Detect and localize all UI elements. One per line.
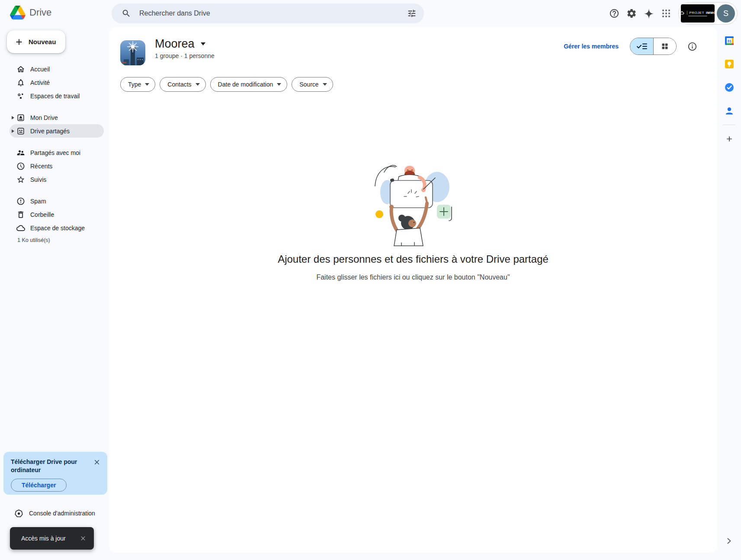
keep-icon[interactable] xyxy=(722,56,737,72)
sidebar-item-label: Espaces de travail xyxy=(30,93,80,100)
lighthouse-photo xyxy=(120,40,145,65)
search-input[interactable] xyxy=(139,10,403,17)
chevron-down-icon xyxy=(323,83,327,86)
clock-icon xyxy=(16,162,25,171)
avatar-letter: S xyxy=(723,9,728,18)
account-avatar[interactable]: S xyxy=(717,4,735,23)
title-dropdown-caret-icon xyxy=(201,42,205,45)
manage-members-link[interactable]: Gérer les membres xyxy=(564,43,619,50)
topbar: Drive xyxy=(0,0,741,27)
hide-side-panel-chevron-icon[interactable] xyxy=(722,533,737,549)
filter-chip-type[interactable]: Type xyxy=(120,77,155,92)
workspaces-icon xyxy=(16,92,25,100)
filter-chip-date-modification[interactable]: Date de modification xyxy=(210,77,288,92)
page-title: Moorea xyxy=(155,37,195,51)
sidebar-item-partages-avec-moi[interactable]: Partagés avec moi xyxy=(10,146,104,159)
view-toggle xyxy=(630,38,677,55)
org-name-bold: IMMO xyxy=(706,11,716,15)
admin-console-link[interactable]: Console d'administration xyxy=(0,506,95,520)
grid-view-button[interactable] xyxy=(653,38,676,55)
calendar-icon[interactable]: 31 xyxy=(722,33,737,48)
google-drive-app: Drive xyxy=(0,0,741,560)
search-bar[interactable] xyxy=(112,3,424,23)
bell-icon xyxy=(16,78,25,87)
storage-used-note: 1 Ko utilisé(s) xyxy=(17,237,109,243)
apps-grid-icon[interactable] xyxy=(658,5,675,22)
sidebar-item-suivis[interactable]: Suivis xyxy=(10,173,104,186)
chevron-down-icon xyxy=(145,83,149,86)
sidebar-item-recents[interactable]: Récents xyxy=(10,159,104,173)
sidebar-item-label: Partagés avec moi xyxy=(30,149,80,156)
settings-gear-icon[interactable] xyxy=(623,5,640,22)
search-options-icon[interactable] xyxy=(403,5,420,22)
my-drive-icon xyxy=(16,113,25,122)
sidebar-item-mon-drive[interactable]: Mon Drive xyxy=(10,111,104,124)
trash-icon xyxy=(16,210,25,219)
search-icon[interactable] xyxy=(118,5,135,22)
new-button[interactable]: Nouveau xyxy=(7,30,65,53)
sidebar-item-espace-de-stockage[interactable]: Espace de stockage xyxy=(10,221,104,235)
list-view-button[interactable] xyxy=(630,38,653,55)
sidebar-item-label: Espace de stockage xyxy=(30,225,85,232)
drive-title-block[interactable]: Moorea 1 groupe · 1 personne xyxy=(155,37,215,59)
drive-meta: 1 groupe · 1 personne xyxy=(155,52,215,59)
side-panel-divider xyxy=(723,125,735,125)
gemini-sparkle-icon[interactable] xyxy=(640,5,658,22)
org-house-icon xyxy=(679,11,685,15)
expand-arrow-icon[interactable] xyxy=(10,116,16,119)
spam-icon xyxy=(16,197,25,206)
filter-chips: Type Contacts Date de modification Sourc… xyxy=(120,77,333,92)
plus-icon xyxy=(14,37,24,47)
star-icon xyxy=(16,175,25,184)
help-icon[interactable] xyxy=(606,5,623,22)
workspace-side-panel: 31 xyxy=(717,27,741,560)
sidebar-item-label: Suivis xyxy=(30,176,46,183)
org-logo: | PROJET IMMO xyxy=(681,4,715,23)
download-button[interactable]: Télécharger xyxy=(11,479,67,492)
empty-state-illustration xyxy=(372,159,454,248)
download-drive-promo-card: Télécharger Drive pour ordinateur Téléch… xyxy=(3,452,107,495)
chevron-down-icon xyxy=(277,83,281,86)
cloud-icon xyxy=(16,224,25,232)
shared-drive-avatar[interactable] xyxy=(120,40,145,65)
account-pill: | PROJET IMMO S xyxy=(678,2,738,25)
contacts-icon[interactable] xyxy=(722,103,737,119)
sidebar-item-drive-partages[interactable]: Drive partagés xyxy=(10,124,104,138)
sidebar-item-spam[interactable]: Spam xyxy=(10,194,104,208)
toast-message: Accès mis à jour xyxy=(21,535,76,542)
sidebar-item-label: Activité xyxy=(30,79,50,86)
drive-logo-icon xyxy=(10,6,26,19)
promo-close-icon[interactable] xyxy=(91,456,103,468)
filter-chip-contacts[interactable]: Contacts xyxy=(160,77,205,92)
sidebar-item-corbeille[interactable]: Corbeille xyxy=(10,208,104,221)
sidebar-item-accueil[interactable]: Accueil xyxy=(10,62,104,76)
get-addons-plus-icon[interactable] xyxy=(722,131,737,147)
org-logo-separator: | xyxy=(686,10,687,15)
admin-console-label: Console d'administration xyxy=(29,510,95,517)
people-icon xyxy=(16,148,25,157)
tasks-icon[interactable] xyxy=(722,80,737,95)
drive-brand[interactable]: Drive xyxy=(10,6,51,19)
chevron-down-icon xyxy=(196,83,200,86)
promo-title: Télécharger Drive pour ordinateur xyxy=(11,458,84,474)
expand-arrow-icon[interactable] xyxy=(10,129,16,133)
header-actions: Gérer les membres xyxy=(564,38,701,55)
sidebar-item-label: Accueil xyxy=(30,66,50,73)
toast: Accès mis à jour xyxy=(10,527,94,550)
list-view-icon xyxy=(636,42,648,51)
svg-text:31: 31 xyxy=(727,39,731,43)
home-icon xyxy=(16,65,25,74)
empty-state: Ajouter des personnes et des fichiers à … xyxy=(109,159,717,281)
sidebar-nav: Accueil Activité Espaces de travail Mon … xyxy=(0,62,109,243)
info-icon[interactable] xyxy=(683,38,701,55)
sidebar-item-activite[interactable]: Activité xyxy=(10,76,104,89)
sidebar-item-label: Récents xyxy=(30,163,52,170)
filter-chip-source[interactable]: Source xyxy=(292,77,333,92)
org-name-light: PROJET xyxy=(690,11,705,15)
sidebar-item-espaces-de-travail[interactable]: Espaces de travail xyxy=(10,89,104,103)
sidebar-item-label: Mon Drive xyxy=(30,114,58,121)
admin-console-icon xyxy=(14,509,23,518)
sidebar: Nouveau Accueil Activité Espaces de trav… xyxy=(0,27,109,560)
toast-close-icon[interactable] xyxy=(76,531,90,546)
empty-state-title: Ajouter des personnes et des fichiers à … xyxy=(109,253,717,265)
